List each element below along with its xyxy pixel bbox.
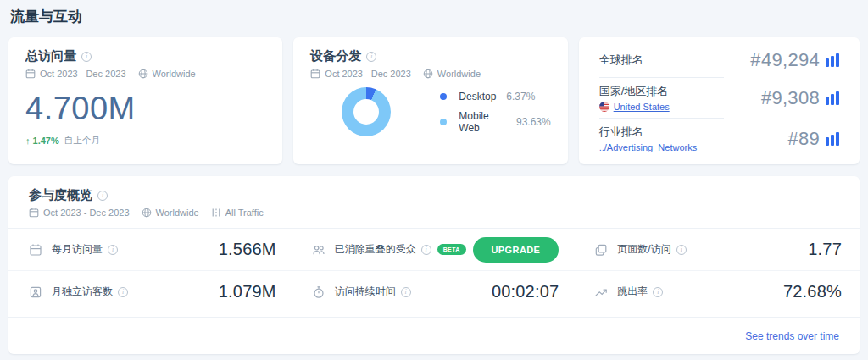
pages-icon — [594, 243, 608, 257]
visitor-card-icon — [29, 285, 42, 299]
metrics-row-2: 月独立访客数 i 1.079M 访问持续时间 i 00:02:07 跳出率 i … — [8, 271, 860, 313]
traffic-engagement-page: 流量与互动 总访问量 i Oct 2023 - Dec 2023 Worldwi… — [0, 0, 868, 354]
info-icon[interactable]: i — [108, 245, 118, 255]
engagement-title: 参与度概览 — [29, 187, 92, 203]
metric-label: 跳出率 — [617, 285, 648, 299]
metric-label: 月独立访客数 — [52, 285, 113, 299]
industry-rank-row: 行业排名 ../Advertising_Networks #89 — [599, 119, 839, 158]
see-trends-link[interactable]: See trends over time — [745, 330, 839, 342]
up-arrow-icon: ↑ — [25, 136, 31, 146]
rank-bars-icon — [826, 53, 839, 67]
trend-arrow-icon — [594, 285, 608, 299]
legend-value: 93.63% — [516, 116, 551, 128]
info-icon[interactable]: i — [653, 287, 663, 297]
metric-label: 页面数/访问 — [617, 242, 670, 257]
calendar-icon — [25, 69, 36, 79]
region-label: Worldwide — [156, 208, 199, 218]
info-icon[interactable]: i — [421, 245, 431, 255]
device-donut-chart — [342, 87, 391, 136]
metric-label: 访问持续时间 — [335, 285, 396, 299]
globe-icon — [138, 69, 148, 79]
engagement-overview-card: 参与度概览 i Oct 2023 - Dec 2023 Worldwide Al… — [8, 176, 860, 354]
metric-value: 1.079M — [219, 282, 276, 302]
change-up-indicator: ↑ 1.47% — [25, 136, 59, 146]
legend-value: 6.37% — [506, 91, 535, 102]
industry-rank-value: #89 — [787, 128, 820, 150]
metric-label: 每月访问量 — [52, 242, 103, 257]
total-visits-card: 总访问量 i Oct 2023 - Dec 2023 Worldwide 4.7… — [8, 37, 282, 164]
metric-value: 1.566M — [219, 240, 276, 259]
total-visits-title: 总访问量 — [25, 48, 76, 64]
stopwatch-icon — [312, 285, 326, 299]
date-range: Oct 2023 - Dec 2023 — [40, 69, 126, 79]
users-icon — [312, 243, 326, 257]
rank-bars-icon — [826, 132, 839, 146]
metric-value: 1.77 — [808, 240, 842, 259]
country-rank-row: 国家/地区排名 United States #9,308 — [599, 78, 839, 118]
global-rank-label: 全球排名 — [599, 53, 643, 68]
upgrade-button[interactable]: UPGRADE — [473, 237, 559, 263]
industry-link[interactable]: ../Advertising_Networks — [599, 142, 698, 152]
page-title: 流量与互动 — [10, 7, 860, 26]
engagement-footer: See trends over time — [8, 317, 860, 354]
change-value: 1.47% — [33, 136, 59, 146]
legend-item-mobile-web: Mobile Web 93.63% — [440, 110, 550, 134]
metric-deduplicated-audience: 已消除重叠的受众 i BETA UPGRADE — [312, 229, 559, 270]
device-distribution-card: 设备分发 i Oct 2023 - Dec 2023 Worldwide Des… — [293, 37, 567, 164]
change-period-label: 自上个月 — [64, 135, 100, 147]
metric-label: 已消除重叠的受众 — [335, 242, 416, 257]
info-icon[interactable]: i — [401, 287, 411, 297]
metric-monthly-unique-visitors: 月独立访客数 i 1.079M — [29, 271, 276, 313]
metric-bounce-rate: 跳出率 i 72.68% — [594, 271, 842, 313]
overview-cards-row: 总访问量 i Oct 2023 - Dec 2023 Worldwide 4.7… — [8, 37, 860, 164]
info-icon[interactable]: i — [676, 245, 687, 255]
global-rank-row: 全球排名 #49,294 — [599, 43, 839, 77]
global-rank-value: #49,294 — [750, 49, 820, 71]
legend-label: Desktop — [459, 91, 496, 102]
date-range: Oct 2023 - Dec 2023 — [43, 208, 130, 218]
legend-label: Mobile Web — [459, 110, 506, 134]
info-icon[interactable]: i — [97, 191, 108, 201]
legend-item-desktop: Desktop 6.37% — [440, 91, 550, 102]
metric-pages-per-visit: 页面数/访问 i 1.77 — [594, 229, 842, 270]
country-rank-label: 国家/地区排名 — [599, 84, 670, 99]
info-icon[interactable]: i — [366, 52, 376, 62]
info-icon[interactable]: i — [118, 287, 128, 297]
desktop-dot-icon — [440, 93, 447, 100]
calendar-icon — [29, 243, 42, 257]
us-flag-icon — [599, 102, 609, 112]
industry-rank-label: 行业排名 — [599, 125, 698, 140]
beta-badge: BETA — [437, 244, 466, 255]
rankings-card: 全球排名 #49,294 国家/地区排名 United States #9,30… — [579, 37, 860, 164]
traffic-lanes-icon — [211, 208, 221, 218]
device-legend: Desktop 6.37% Mobile Web 93.63% — [440, 91, 550, 134]
metric-value: 72.68% — [783, 282, 842, 302]
metric-monthly-visits: 每月访问量 i 1.566M — [29, 229, 276, 270]
metric-visit-duration: 访问持续时间 i 00:02:07 — [312, 271, 559, 313]
country-link[interactable]: United States — [614, 102, 670, 112]
rank-bars-icon — [826, 91, 839, 105]
globe-icon — [423, 69, 433, 79]
region-label: Worldwide — [437, 69, 481, 79]
total-visits-value: 4.700M — [25, 91, 265, 127]
traffic-filter-label: All Traffic — [225, 208, 264, 218]
calendar-icon — [29, 208, 39, 218]
date-range: Oct 2023 - Dec 2023 — [325, 69, 411, 79]
info-icon[interactable]: i — [81, 52, 92, 62]
calendar-icon — [310, 69, 320, 79]
region-label: Worldwide — [153, 69, 196, 79]
metric-value: 00:02:07 — [492, 282, 559, 302]
globe-icon — [142, 208, 152, 218]
country-rank-value: #9,308 — [761, 87, 820, 109]
device-distribution-title: 设备分发 — [310, 48, 361, 64]
metrics-row-1: 每月访问量 i 1.566M 已消除重叠的受众 i BETA UPGRADE 页… — [8, 229, 860, 271]
mobile-web-dot-icon — [440, 119, 447, 125]
